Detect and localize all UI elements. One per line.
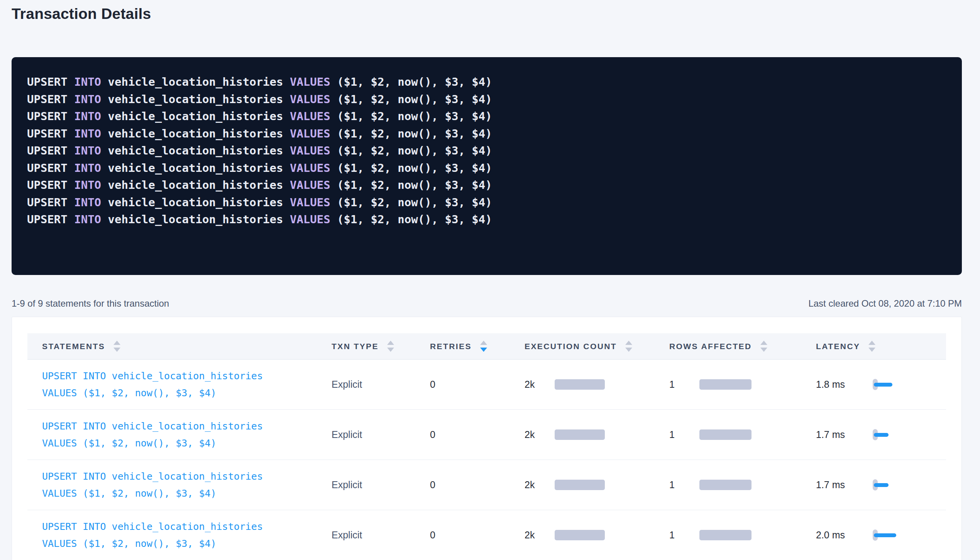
rows-affected-value: 1 xyxy=(669,429,688,440)
column-header-latency[interactable]: LATENCY xyxy=(801,333,946,359)
execution-count-cell: 2k xyxy=(510,479,655,490)
column-header-retries[interactable]: RETRIES xyxy=(415,333,510,359)
latency-value: 1.7 ms xyxy=(816,429,859,440)
page-title: Transaction Details xyxy=(12,5,962,23)
sort-icons[interactable] xyxy=(760,341,767,352)
sql-token-keyword: VALUES xyxy=(290,178,330,192)
last-cleared-text: Last cleared Oct 08, 2020 at 7:10 PM xyxy=(808,298,962,309)
sql-token-plain: ($1, $2, now(), $3, $4) xyxy=(330,196,492,209)
statement-table-row: UPSERT INTO vehicle_location_historiesVA… xyxy=(27,410,946,460)
statement-link[interactable]: UPSERT INTO vehicle_location_historiesVA… xyxy=(27,368,317,402)
statement-link[interactable]: UPSERT INTO vehicle_location_historiesVA… xyxy=(27,518,317,552)
statement-link-line: UPSERT INTO vehicle_location_histories xyxy=(42,518,317,535)
retries-value: 0 xyxy=(415,429,510,440)
statement-link-line: UPSERT INTO vehicle_location_histories xyxy=(42,418,317,435)
sort-icons[interactable] xyxy=(480,341,487,352)
sort-desc-icon[interactable] xyxy=(760,348,767,352)
execution-count-bar xyxy=(555,530,605,540)
latency-cell: 1.7 ms xyxy=(801,477,946,493)
statement-link-line: UPSERT INTO vehicle_location_histories xyxy=(42,468,317,485)
sql-token-plain: ($1, $2, now(), $3, $4) xyxy=(330,144,492,157)
sort-icons[interactable] xyxy=(868,341,875,352)
column-header-label: RETRIES xyxy=(430,342,472,351)
statements-table-card: STATEMENTS TXN TYPE RETRIES xyxy=(12,317,962,560)
txn-type-value: Explicit xyxy=(317,429,415,440)
transaction-sql-box: UPSERT INTO vehicle_location_histories V… xyxy=(12,57,962,275)
sort-desc-icon[interactable] xyxy=(387,348,394,352)
sql-token-plain: ($1, $2, now(), $3, $4) xyxy=(330,110,492,123)
sql-statement-line: UPSERT INTO vehicle_location_histories V… xyxy=(27,142,946,160)
retries-value: 0 xyxy=(415,379,510,390)
column-header-label: EXECUTION COUNT xyxy=(525,342,617,351)
rows-affected-bar xyxy=(699,429,752,440)
sort-desc-icon[interactable] xyxy=(868,348,875,352)
rows-affected-bar xyxy=(699,379,752,390)
column-header-txn-type[interactable]: TXN TYPE xyxy=(317,333,415,359)
sql-statement-line: UPSERT INTO vehicle_location_histories V… xyxy=(27,91,946,108)
column-header-label: STATEMENTS xyxy=(42,342,105,351)
sql-token-plain: UPSERT xyxy=(27,196,74,209)
rows-affected-value: 1 xyxy=(669,379,688,390)
statement-link[interactable]: UPSERT INTO vehicle_location_historiesVA… xyxy=(27,418,317,452)
sql-token-plain: ($1, $2, now(), $3, $4) xyxy=(330,127,492,140)
sort-desc-icon[interactable] xyxy=(113,348,120,352)
sql-token-plain: vehicle_location_histories xyxy=(101,93,290,106)
execution-count-bar xyxy=(555,480,605,490)
txn-type-value: Explicit xyxy=(317,379,415,390)
sql-token-plain: vehicle_location_histories xyxy=(101,178,290,192)
column-header-execution-count[interactable]: EXECUTION COUNT xyxy=(510,333,655,359)
statement-table-row: UPSERT INTO vehicle_location_historiesVA… xyxy=(27,510,946,560)
sql-token-plain: vehicle_location_histories xyxy=(101,75,290,88)
sql-statement-line: UPSERT INTO vehicle_location_histories V… xyxy=(27,176,946,194)
statements-table-body: UPSERT INTO vehicle_location_historiesVA… xyxy=(27,360,946,560)
statement-link[interactable]: UPSERT INTO vehicle_location_historiesVA… xyxy=(27,468,317,502)
statement-link-line: VALUES ($1, $2, now(), $3, $4) xyxy=(42,535,317,552)
sort-asc-icon[interactable] xyxy=(387,341,394,345)
sql-token-keyword: VALUES xyxy=(290,110,330,123)
sort-icons[interactable] xyxy=(625,341,632,352)
statement-link-line: UPSERT INTO vehicle_location_histories xyxy=(42,368,317,385)
column-header-rows-affected[interactable]: ROWS AFFECTED xyxy=(655,333,801,359)
latency-bar xyxy=(874,483,889,487)
transaction-details-page: Transaction Details UPSERT INTO vehicle_… xyxy=(0,5,980,560)
latency-value: 2.0 ms xyxy=(816,529,859,541)
sort-asc-icon[interactable] xyxy=(868,341,875,345)
sql-token-keyword: VALUES xyxy=(290,196,330,209)
sort-icons[interactable] xyxy=(113,341,120,352)
sql-token-plain: vehicle_location_histories xyxy=(101,196,290,209)
sort-asc-icon[interactable] xyxy=(480,341,487,345)
sort-icons[interactable] xyxy=(387,341,394,352)
sql-statement-line: UPSERT INTO vehicle_location_histories V… xyxy=(27,108,946,125)
sort-asc-icon[interactable] xyxy=(760,341,767,345)
latency-value: 1.7 ms xyxy=(816,479,859,490)
txn-type-value: Explicit xyxy=(317,529,415,541)
sql-statement-line: UPSERT INTO vehicle_location_histories V… xyxy=(27,194,946,211)
sort-asc-icon[interactable] xyxy=(625,341,632,345)
statement-link-line: VALUES ($1, $2, now(), $3, $4) xyxy=(42,435,317,452)
latency-cell: 2.0 ms xyxy=(801,528,946,543)
sql-token-plain: UPSERT xyxy=(27,161,74,175)
sort-asc-icon[interactable] xyxy=(113,341,120,345)
statement-link-line: VALUES ($1, $2, now(), $3, $4) xyxy=(42,385,317,402)
sql-token-plain: UPSERT xyxy=(27,93,74,106)
sort-desc-icon[interactable] xyxy=(480,348,487,352)
latency-value: 1.8 ms xyxy=(816,379,859,390)
sql-token-keyword: INTO xyxy=(74,93,101,106)
sql-token-keyword: VALUES xyxy=(290,93,330,106)
sql-token-plain: vehicle_location_histories xyxy=(101,110,290,123)
sql-token-keyword: INTO xyxy=(74,75,101,88)
rows-affected-bar xyxy=(699,480,752,490)
column-header-statements[interactable]: STATEMENTS xyxy=(27,333,317,359)
latency-bar-chart xyxy=(873,427,904,443)
latency-bar xyxy=(874,433,889,437)
sort-desc-icon[interactable] xyxy=(625,348,632,352)
sql-token-keyword: INTO xyxy=(74,110,101,123)
column-header-label: TXN TYPE xyxy=(332,342,379,351)
sql-token-plain: ($1, $2, now(), $3, $4) xyxy=(330,178,492,192)
execution-count-cell: 2k xyxy=(510,529,655,541)
execution-count-cell: 2k xyxy=(510,379,655,390)
sql-token-keyword: INTO xyxy=(74,178,101,192)
txn-type-value: Explicit xyxy=(317,479,415,490)
column-header-label: LATENCY xyxy=(816,342,860,351)
retries-value: 0 xyxy=(415,479,510,490)
